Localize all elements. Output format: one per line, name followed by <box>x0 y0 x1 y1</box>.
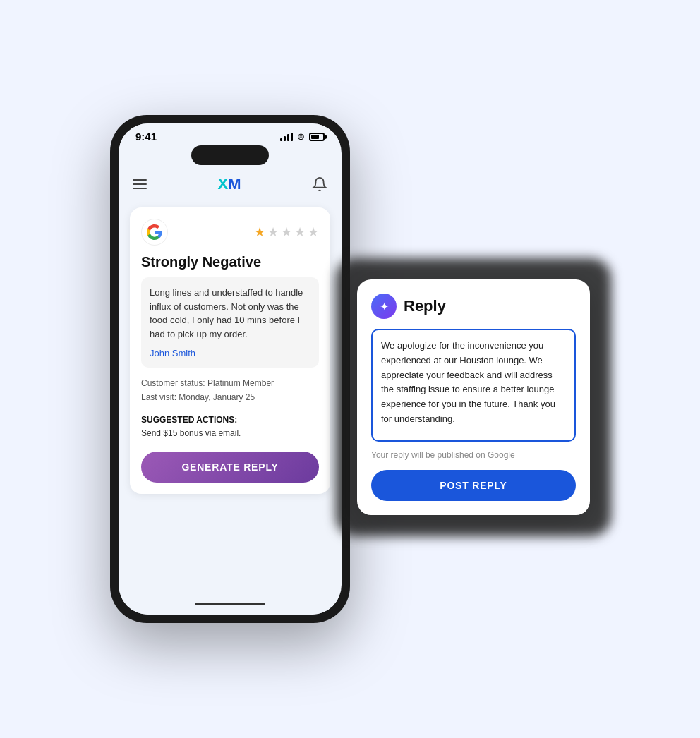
customer-info: Customer status: Platinum Member Last vi… <box>141 376 319 405</box>
reply-sparkle-icon: ✦ <box>371 294 397 319</box>
reply-title: Reply <box>404 297 446 315</box>
logo-x: X <box>217 175 228 193</box>
menu-button[interactable] <box>133 179 147 189</box>
scene: 9:41 ⊜ XM <box>110 115 590 623</box>
status-icons: ⊜ <box>280 131 325 142</box>
card-header: ★ ★ ★ ★ ★ <box>141 219 319 246</box>
phone-frame: 9:41 ⊜ XM <box>110 115 350 623</box>
suggested-actions: SUGGESTED ACTIONS: Send $15 bonus via em… <box>141 413 319 440</box>
logo-m: M <box>228 175 241 193</box>
suggested-body: Send $15 bonus via email. <box>141 427 319 440</box>
phone-home-bar <box>119 598 342 615</box>
phone-screen: 9:41 ⊜ XM <box>119 123 342 615</box>
review-text-box: Long lines and understaffed to handle in… <box>141 277 319 368</box>
wifi-icon: ⊜ <box>297 131 305 142</box>
reviewer-name: John Smith <box>150 348 195 358</box>
review-title: Strongly Negative <box>141 254 319 270</box>
battery-icon <box>309 133 325 141</box>
home-indicator <box>195 603 265 605</box>
star-1: ★ <box>254 224 265 240</box>
reply-card-wrapper: ✦ Reply We apologize for the inconvenien… <box>357 279 590 515</box>
dynamic-island <box>191 145 269 165</box>
google-logo <box>141 219 168 246</box>
star-rating: ★ ★ ★ ★ ★ <box>254 224 319 240</box>
reply-hint: Your reply will be published on Google <box>371 450 576 460</box>
customer-status: Customer status: Platinum Member <box>141 376 319 390</box>
status-bar: 9:41 ⊜ <box>119 123 342 145</box>
review-card: ★ ★ ★ ★ ★ Strongly Negative Long lines a… <box>130 207 330 494</box>
phone-content: ★ ★ ★ ★ ★ Strongly Negative Long lines a… <box>119 202 342 598</box>
notification-bell-icon[interactable] <box>312 176 327 192</box>
xm-logo: XM <box>217 175 241 193</box>
last-visit: Last visit: Monday, January 25 <box>141 390 319 404</box>
reply-card: ✦ Reply We apologize for the inconvenien… <box>357 279 590 515</box>
generate-reply-button[interactable]: GENERATE REPLY <box>141 452 319 483</box>
status-time: 9:41 <box>135 131 157 143</box>
star-3: ★ <box>281 224 292 240</box>
star-5: ★ <box>308 224 319 240</box>
app-header: XM <box>119 169 342 202</box>
review-body: Long lines and understaffed to handle in… <box>150 286 310 341</box>
suggested-heading: SUGGESTED ACTIONS: <box>141 415 237 425</box>
post-reply-button[interactable]: POST REPLY <box>371 470 576 501</box>
signal-icon <box>280 133 293 141</box>
star-2: ★ <box>267 224 279 240</box>
star-4: ★ <box>294 224 306 240</box>
reply-header: ✦ Reply <box>371 294 576 319</box>
reply-textarea[interactable]: We apologize for the inconvenience you e… <box>371 329 576 442</box>
